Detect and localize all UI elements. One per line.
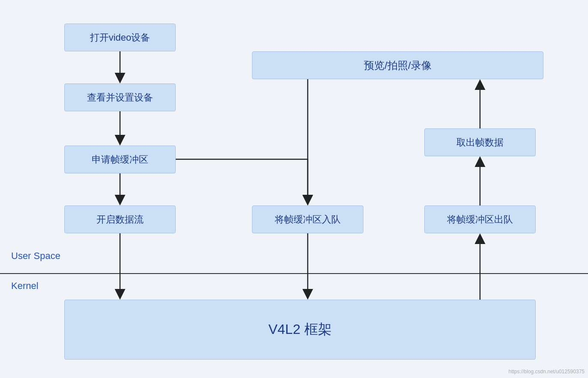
start-stream-box: 开启数据流 xyxy=(64,205,176,233)
start-stream-label: 开启数据流 xyxy=(96,213,144,226)
user-space-label: User Space xyxy=(11,250,60,262)
open-device-box: 打开video设备 xyxy=(64,24,176,51)
enqueue-label: 将帧缓冲区入队 xyxy=(275,213,341,226)
dequeue-label: 将帧缓冲区出队 xyxy=(447,213,513,226)
get-frame-box: 取出帧数据 xyxy=(424,128,536,156)
v4l2-label: V4L2 框架 xyxy=(268,320,332,339)
dequeue-box: 将帧缓冲区出队 xyxy=(424,205,536,233)
kernel-label: Kernel xyxy=(11,280,39,292)
open-device-label: 打开video设备 xyxy=(90,31,150,44)
apply-buffer-box: 申请帧缓冲区 xyxy=(64,146,176,173)
preview-box: 预览/拍照/录像 xyxy=(252,51,543,79)
view-set-device-box: 查看并设置设备 xyxy=(64,83,176,111)
v4l2-framework-box: V4L2 框架 xyxy=(64,300,536,360)
preview-label: 预览/拍照/录像 xyxy=(364,59,431,72)
divider-line xyxy=(0,273,588,274)
diagram-container: 打开video设备 查看并设置设备 申请帧缓冲区 开启数据流 预览/拍照/录像 … xyxy=(0,0,588,378)
enqueue-box: 将帧缓冲区入队 xyxy=(252,205,363,233)
get-frame-label: 取出帧数据 xyxy=(456,136,504,149)
watermark: https://blog.csdn.net/u012590375 xyxy=(509,369,585,375)
apply-buffer-label: 申请帧缓冲区 xyxy=(92,153,148,166)
view-set-device-label: 查看并设置设备 xyxy=(87,91,153,104)
